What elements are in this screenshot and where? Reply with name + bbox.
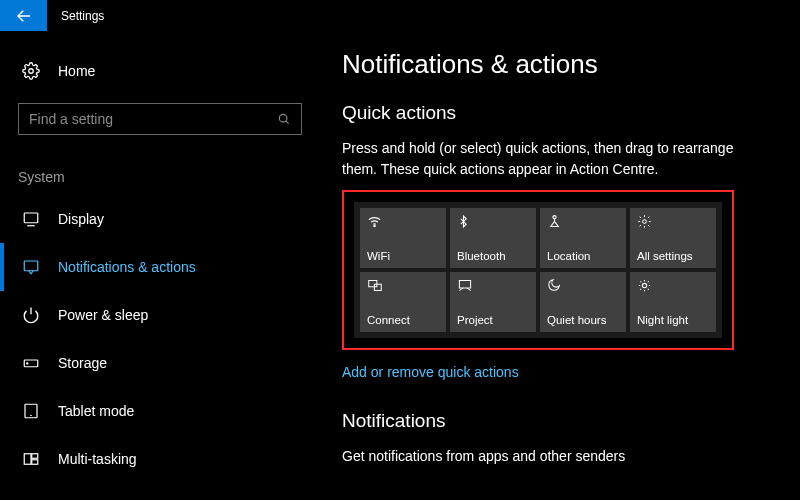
sidebar-item-tablet[interactable]: Tablet mode xyxy=(0,387,320,435)
svg-point-16 xyxy=(553,216,556,219)
search-input[interactable]: Find a setting xyxy=(18,103,302,135)
section-heading-quick-actions: Quick actions xyxy=(342,102,780,124)
connect-icon xyxy=(367,278,439,294)
tile-connect[interactable]: Connect xyxy=(360,272,446,332)
svg-point-21 xyxy=(642,283,646,287)
sidebar-item-storage[interactable]: Storage xyxy=(0,339,320,387)
tile-location[interactable]: Location xyxy=(540,208,626,268)
power-icon xyxy=(22,306,40,324)
sidebar-item-power[interactable]: Power & sleep xyxy=(0,291,320,339)
search-placeholder: Find a setting xyxy=(29,111,113,127)
search-icon xyxy=(277,112,291,126)
sidebar-item-label: Storage xyxy=(58,355,107,371)
title-bar: Settings xyxy=(0,0,800,31)
tile-label: Quiet hours xyxy=(547,314,619,326)
notification-icon xyxy=(22,258,40,276)
sidebar: Home Find a setting System Display Notif… xyxy=(0,31,320,500)
svg-rect-6 xyxy=(24,261,38,271)
storage-icon xyxy=(22,354,40,372)
tile-quiet-hours[interactable]: Quiet hours xyxy=(540,272,626,332)
sidebar-item-label: Notifications & actions xyxy=(58,259,196,275)
page-title: Notifications & actions xyxy=(342,49,780,80)
section-heading-notifications: Notifications xyxy=(342,410,780,432)
tile-label: Location xyxy=(547,250,619,262)
tile-all-settings[interactable]: All settings xyxy=(630,208,716,268)
home-label: Home xyxy=(58,63,95,79)
tile-label: Bluetooth xyxy=(457,250,529,262)
project-icon xyxy=(457,278,529,294)
tile-label: Project xyxy=(457,314,529,326)
quick-actions-grid: WiFi Bluetooth Location xyxy=(360,208,716,332)
wifi-icon xyxy=(367,214,439,230)
svg-rect-13 xyxy=(32,454,38,459)
tile-project[interactable]: Project xyxy=(450,272,536,332)
svg-point-2 xyxy=(279,114,287,122)
sidebar-item-label: Display xyxy=(58,211,104,227)
sidebar-item-multitasking[interactable]: Multi-tasking xyxy=(0,435,320,483)
svg-rect-12 xyxy=(24,454,31,465)
home-button[interactable]: Home xyxy=(0,49,320,93)
gear-icon xyxy=(22,62,40,80)
svg-rect-19 xyxy=(374,284,381,290)
tile-label: All settings xyxy=(637,250,709,262)
sidebar-item-display[interactable]: Display xyxy=(0,195,320,243)
svg-rect-4 xyxy=(24,213,38,223)
sidebar-item-label: Multi-tasking xyxy=(58,451,137,467)
notifications-description: Get notifications from apps and other se… xyxy=(342,446,772,467)
tile-label: Connect xyxy=(367,314,439,326)
location-icon xyxy=(547,214,619,230)
tile-label: Night light xyxy=(637,314,709,326)
quick-actions-description: Press and hold (or select) quick actions… xyxy=(342,138,772,180)
tablet-icon xyxy=(22,402,40,420)
svg-point-9 xyxy=(27,363,28,364)
svg-point-17 xyxy=(643,220,647,224)
svg-point-1 xyxy=(29,69,34,74)
app-title: Settings xyxy=(47,9,104,23)
tile-bluetooth[interactable]: Bluetooth xyxy=(450,208,536,268)
svg-line-3 xyxy=(286,121,289,124)
tile-label: WiFi xyxy=(367,250,439,262)
arrow-left-icon xyxy=(15,7,33,25)
sidebar-item-label: Tablet mode xyxy=(58,403,134,419)
back-button[interactable] xyxy=(0,0,47,31)
add-remove-quick-actions-link[interactable]: Add or remove quick actions xyxy=(342,364,519,380)
sidebar-item-notifications[interactable]: Notifications & actions xyxy=(0,243,320,291)
tile-wifi[interactable]: WiFi xyxy=(360,208,446,268)
moon-icon xyxy=(547,278,619,294)
bluetooth-icon xyxy=(457,214,529,230)
display-icon xyxy=(22,210,40,228)
svg-rect-18 xyxy=(369,281,377,287)
svg-point-15 xyxy=(374,225,375,226)
svg-rect-20 xyxy=(459,281,470,289)
gear-icon xyxy=(637,214,709,230)
quick-actions-highlight: WiFi Bluetooth Location xyxy=(342,190,734,350)
sidebar-item-label: Power & sleep xyxy=(58,307,148,323)
sun-icon xyxy=(637,278,709,294)
main-panel: Notifications & actions Quick actions Pr… xyxy=(320,31,800,500)
svg-rect-14 xyxy=(32,460,38,465)
group-title-system: System xyxy=(0,143,320,195)
tile-night-light[interactable]: Night light xyxy=(630,272,716,332)
multitasking-icon xyxy=(22,450,40,468)
